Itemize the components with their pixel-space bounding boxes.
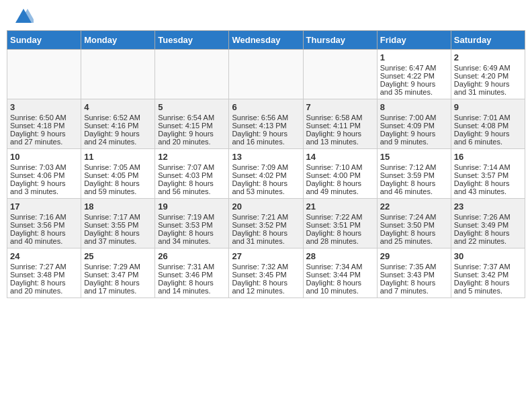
day-number: 30 [454, 251, 522, 261]
day-info: Daylight: 9 hours and 27 minutes. [10, 130, 66, 146]
day-number: 13 [232, 152, 300, 162]
day-number: 22 [380, 201, 448, 212]
day-info: Sunrise: 6:54 AM [158, 113, 214, 122]
col-friday: Friday [377, 31, 451, 50]
day-info: Daylight: 8 hours and 28 minutes. [306, 229, 362, 245]
day-cell: 27Sunrise: 7:32 AMSunset: 3:45 PMDayligh… [229, 248, 303, 298]
day-number: 24 [10, 251, 78, 261]
day-cell: 5Sunrise: 6:54 AMSunset: 4:15 PMDaylight… [155, 99, 229, 149]
day-number: 15 [380, 152, 448, 162]
day-number: 25 [84, 251, 152, 261]
day-info: Sunrise: 7:21 AM [232, 213, 288, 221]
day-info: Daylight: 9 hours and 31 minutes. [454, 80, 510, 96]
day-info: Sunset: 4:00 PM [306, 171, 361, 179]
day-cell: 30Sunrise: 7:37 AMSunset: 3:42 PMDayligh… [451, 248, 525, 298]
calendar-container: Sunday Monday Tuesday Wednesday Thursday… [0, 30, 532, 305]
day-info: Sunrise: 7:24 AM [380, 213, 437, 221]
day-info: Sunset: 3:49 PM [454, 221, 508, 229]
day-info: Sunset: 4:06 PM [10, 171, 64, 179]
day-number: 5 [158, 102, 226, 112]
day-cell: 18Sunrise: 7:17 AMSunset: 3:55 PMDayligh… [81, 199, 155, 248]
day-info: Sunrise: 7:09 AM [232, 163, 288, 171]
day-cell [155, 50, 229, 99]
day-cell: 17Sunrise: 7:16 AMSunset: 3:56 PMDayligh… [7, 199, 81, 248]
week-row-4: 24Sunrise: 7:27 AMSunset: 3:48 PMDayligh… [7, 248, 525, 298]
col-monday: Monday [81, 31, 155, 50]
day-info: Daylight: 8 hours and 7 minutes. [380, 279, 436, 295]
day-info: Sunrise: 7:26 AM [454, 213, 511, 221]
day-info: Sunrise: 6:47 AM [380, 64, 437, 72]
day-info: Sunset: 4:16 PM [84, 122, 138, 130]
day-cell: 26Sunrise: 7:31 AMSunset: 3:46 PMDayligh… [155, 248, 229, 298]
day-cell: 16Sunrise: 7:14 AMSunset: 3:57 PMDayligh… [451, 149, 525, 199]
day-info: Daylight: 8 hours and 46 minutes. [380, 179, 436, 195]
day-info: Daylight: 9 hours and 9 minutes. [380, 130, 436, 146]
day-info: Sunrise: 7:22 AM [306, 213, 363, 221]
day-info: Sunrise: 6:52 AM [84, 113, 140, 122]
day-info: Sunset: 4:13 PM [232, 122, 286, 130]
day-info: Sunset: 3:53 PM [158, 221, 212, 229]
day-number: 18 [84, 201, 152, 212]
day-info: Sunset: 4:03 PM [158, 171, 212, 179]
day-number: 8 [380, 102, 448, 112]
day-cell: 3Sunrise: 6:50 AMSunset: 4:18 PMDaylight… [7, 99, 81, 149]
day-cell [81, 50, 155, 99]
day-info: Sunrise: 6:49 AM [454, 64, 511, 72]
day-info: Daylight: 8 hours and 49 minutes. [306, 179, 362, 195]
day-info: Sunrise: 7:17 AM [84, 213, 140, 221]
day-cell: 25Sunrise: 7:29 AMSunset: 3:47 PMDayligh… [81, 248, 155, 298]
day-info: Daylight: 9 hours and 16 minutes. [232, 130, 287, 146]
day-cell: 23Sunrise: 7:26 AMSunset: 3:49 PMDayligh… [451, 199, 525, 248]
day-number: 27 [232, 251, 300, 261]
day-info: Daylight: 8 hours and 59 minutes. [84, 179, 140, 195]
week-row-3: 17Sunrise: 7:16 AMSunset: 3:56 PMDayligh… [7, 199, 525, 248]
day-cell: 28Sunrise: 7:34 AMSunset: 3:44 PMDayligh… [303, 248, 377, 298]
day-info: Sunset: 4:20 PM [454, 72, 508, 80]
day-cell: 11Sunrise: 7:05 AMSunset: 4:05 PMDayligh… [81, 149, 155, 199]
day-info: Sunrise: 7:32 AM [232, 263, 288, 271]
day-info: Sunrise: 7:03 AM [10, 163, 66, 171]
day-number: 12 [158, 152, 226, 162]
day-info: Daylight: 8 hours and 53 minutes. [232, 179, 287, 195]
day-number: 14 [306, 152, 374, 162]
col-sunday: Sunday [7, 31, 81, 50]
day-cell: 1Sunrise: 6:47 AMSunset: 4:22 PMDaylight… [377, 50, 451, 99]
day-info: Daylight: 8 hours and 10 minutes. [306, 279, 362, 295]
logo-icon [13, 7, 34, 27]
day-cell: 8Sunrise: 7:00 AMSunset: 4:09 PMDaylight… [377, 99, 451, 149]
header-row: Sunday Monday Tuesday Wednesday Thursday… [7, 31, 525, 50]
day-number: 1 [380, 52, 448, 62]
week-row-0: 1Sunrise: 6:47 AMSunset: 4:22 PMDaylight… [7, 50, 525, 99]
day-cell [303, 50, 377, 99]
day-info: Daylight: 9 hours and 35 minutes. [380, 80, 436, 96]
day-info: Sunrise: 7:19 AM [158, 213, 214, 221]
day-info: Daylight: 8 hours and 40 minutes. [10, 229, 66, 245]
day-info: Sunset: 3:48 PM [10, 271, 64, 279]
day-cell [229, 50, 303, 99]
day-cell: 21Sunrise: 7:22 AMSunset: 3:51 PMDayligh… [303, 199, 377, 248]
day-info: Sunset: 3:46 PM [158, 271, 212, 279]
day-info: Daylight: 8 hours and 31 minutes. [232, 229, 287, 245]
day-info: Sunset: 3:55 PM [84, 221, 138, 229]
day-cell: 29Sunrise: 7:35 AMSunset: 3:43 PMDayligh… [377, 248, 451, 298]
day-info: Daylight: 8 hours and 56 minutes. [158, 179, 214, 195]
day-info: Sunset: 3:51 PM [306, 221, 361, 229]
day-info: Sunrise: 6:58 AM [306, 113, 363, 122]
logo [13, 7, 36, 27]
day-info: Sunrise: 6:56 AM [232, 113, 288, 122]
day-cell: 15Sunrise: 7:12 AMSunset: 3:59 PMDayligh… [377, 149, 451, 199]
day-number: 19 [158, 201, 226, 212]
day-number: 4 [84, 102, 152, 112]
day-number: 17 [10, 201, 78, 212]
day-info: Daylight: 9 hours and 3 minutes. [10, 179, 66, 195]
day-number: 10 [10, 152, 78, 162]
day-info: Sunset: 4:08 PM [454, 122, 508, 130]
day-info: Sunrise: 7:27 AM [10, 263, 66, 271]
day-info: Sunset: 3:43 PM [380, 271, 435, 279]
day-number: 26 [158, 251, 226, 261]
day-info: Daylight: 9 hours and 20 minutes. [158, 130, 214, 146]
day-number: 28 [306, 251, 374, 261]
day-cell: 24Sunrise: 7:27 AMSunset: 3:48 PMDayligh… [7, 248, 81, 298]
col-saturday: Saturday [451, 31, 525, 50]
day-info: Sunset: 4:22 PM [380, 72, 435, 80]
